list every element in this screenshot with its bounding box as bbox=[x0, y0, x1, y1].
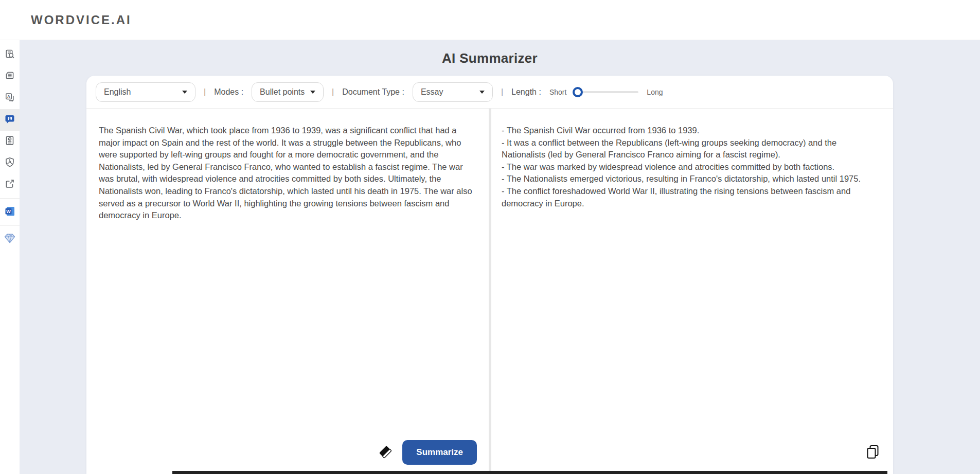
copy-summary-button[interactable] bbox=[866, 445, 880, 461]
ms-word-icon: W bbox=[5, 206, 15, 219]
summary-bullet: - The Nationalists emerged victorious, r… bbox=[502, 173, 863, 185]
content-panels: The Spanish Civil War, which took place … bbox=[86, 109, 893, 474]
eraser-icon bbox=[378, 444, 393, 461]
sidebar-item-external[interactable] bbox=[0, 174, 20, 196]
summarizer-card: English | Modes : Bullet points | Docume… bbox=[86, 76, 893, 474]
page-title: AI Summarizer bbox=[86, 50, 893, 66]
language-value: English bbox=[104, 87, 131, 97]
length-slider-group: Short Long bbox=[549, 88, 663, 96]
source-text-panel[interactable]: The Spanish Civil War, which took place … bbox=[86, 109, 489, 474]
app-root: WORDVICE.AI bbox=[0, 0, 980, 474]
chevron-down-icon bbox=[182, 91, 187, 94]
chevron-down-icon bbox=[310, 91, 315, 94]
length-slider-knob[interactable] bbox=[573, 87, 583, 97]
source-actions: Summarize bbox=[378, 440, 477, 465]
svg-text:A: A bbox=[7, 94, 10, 99]
toolbar-separator: | bbox=[332, 87, 334, 97]
bottom-cutoff-bar bbox=[172, 471, 887, 474]
sidebar-item-word-addin[interactable]: W bbox=[0, 201, 20, 223]
wordvice-logo[interactable]: WORDVICE.AI bbox=[31, 13, 132, 27]
source-text[interactable]: The Spanish Civil War, which took place … bbox=[99, 125, 473, 222]
summary-bullet: - It was a conflict between the Republic… bbox=[502, 137, 863, 161]
document-search-icon bbox=[5, 49, 15, 61]
chevron-down-icon bbox=[479, 91, 485, 94]
sidebar: A bbox=[0, 40, 20, 474]
length-slider-track[interactable] bbox=[575, 91, 638, 93]
summary-bullet: - The conflict foreshadowed World War II… bbox=[502, 185, 863, 209]
summary-bullet: - The Spanish Civil War occurred from 19… bbox=[502, 125, 863, 137]
toolbar-separator: | bbox=[204, 87, 206, 97]
summarize-button[interactable]: Summarize bbox=[402, 440, 477, 465]
summary-output-panel: - The Spanish Civil War occurred from 19… bbox=[491, 109, 893, 474]
toolbar: English | Modes : Bullet points | Docume… bbox=[86, 76, 893, 109]
modes-select[interactable]: Bullet points bbox=[252, 82, 324, 102]
length-label: Length : bbox=[511, 87, 541, 97]
toolbar-separator: | bbox=[501, 87, 503, 97]
length-short-label: Short bbox=[549, 88, 566, 96]
summary-bullet: - The war was marked by widespread viole… bbox=[502, 161, 863, 173]
document-type-value: Essay bbox=[421, 87, 443, 97]
resume-check-icon bbox=[5, 135, 15, 148]
sidebar-item-ai-detector[interactable] bbox=[0, 152, 20, 174]
document-type-select[interactable]: Essay bbox=[413, 82, 493, 102]
notes-icon bbox=[5, 71, 15, 83]
sidebar-item-notes[interactable] bbox=[0, 66, 20, 87]
copy-icon bbox=[866, 453, 880, 461]
shield-ai-icon bbox=[5, 157, 15, 169]
sidebar-item-translate[interactable]: A bbox=[0, 87, 20, 109]
sidebar-item-resume[interactable] bbox=[0, 131, 20, 152]
length-long-label: Long bbox=[647, 88, 663, 96]
sidebar-item-summarizer[interactable] bbox=[0, 109, 20, 131]
top-header: WORDVICE.AI bbox=[0, 0, 980, 40]
external-link-icon bbox=[5, 179, 15, 191]
modes-value: Bullet points bbox=[260, 87, 305, 97]
sidebar-item-proofreading[interactable] bbox=[0, 44, 20, 66]
translate-icon: A bbox=[5, 92, 15, 104]
sidebar-item-premium[interactable] bbox=[0, 229, 20, 250]
language-select[interactable]: English bbox=[96, 82, 195, 102]
svg-text:W: W bbox=[6, 209, 11, 214]
sidebar-divider bbox=[0, 225, 20, 226]
clear-text-button[interactable] bbox=[378, 444, 393, 461]
document-type-label: Document Type : bbox=[342, 87, 404, 97]
sidebar-divider bbox=[0, 198, 20, 199]
summarizer-quote-icon bbox=[5, 114, 15, 126]
premium-diamond-icon bbox=[4, 233, 15, 245]
modes-label: Modes : bbox=[214, 87, 243, 97]
